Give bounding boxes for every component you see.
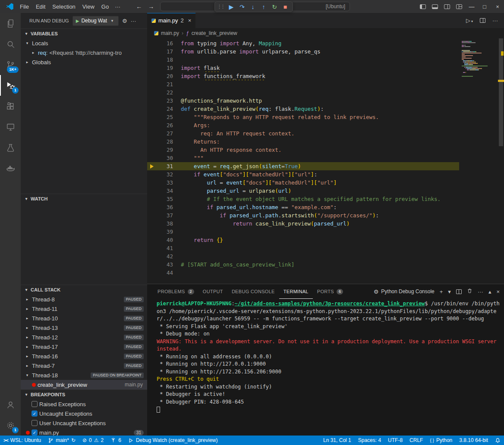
breakpoint-main-py[interactable]: ✓main.py31 xyxy=(21,428,147,436)
customize-layout-icon[interactable] xyxy=(456,4,462,9)
callstack-thread-17[interactable]: ▸Thread-17PAUSED xyxy=(21,342,147,351)
chevron-right-icon[interactable]: ▸ xyxy=(24,354,30,358)
glyph-margin[interactable] xyxy=(147,236,157,244)
branch-status[interactable]: main* ↻ xyxy=(44,436,79,445)
chevron-down-icon[interactable]: ▾ xyxy=(448,288,451,295)
chevron-right-icon[interactable]: ▸ xyxy=(24,307,30,311)
code-line-18[interactable]: 18 xyxy=(147,56,459,64)
chevron-right-icon[interactable]: ▸ xyxy=(24,326,30,330)
glyph-margin[interactable] xyxy=(147,244,157,252)
chevron-right-icon[interactable]: ▸ xyxy=(24,345,30,349)
editor-more-icon[interactable]: ··· xyxy=(492,17,498,24)
code-line-31[interactable]: 31 event = req.get_json(silent=True) xyxy=(147,162,459,170)
code-line-35[interactable]: 35 # If the event object URL matches a s… xyxy=(147,195,459,203)
step-into-icon[interactable]: ↓ xyxy=(248,3,258,10)
callstack-thread-16[interactable]: ▸Thread-16PAUSED xyxy=(21,351,147,361)
glyph-margin[interactable] xyxy=(147,72,157,80)
step-out-icon[interactable]: ↑ xyxy=(258,3,269,10)
activity-extensions[interactable] xyxy=(0,96,21,116)
problems-status[interactable]: ⊘ 0 ⚠ 2 xyxy=(79,436,107,445)
chevron-right-icon[interactable]: ▸ xyxy=(24,335,30,339)
breakpoint-checkbox[interactable]: ✓ xyxy=(32,429,38,436)
chevron-down-icon[interactable]: ▾ xyxy=(24,41,30,45)
activity-accounts[interactable] xyxy=(0,394,21,415)
glyph-margin[interactable] xyxy=(147,203,157,211)
activity-run-and-debug[interactable]: 1 xyxy=(0,75,21,96)
code-line-21[interactable]: 21 xyxy=(147,80,459,88)
panel-more-icon[interactable]: ··· xyxy=(478,288,483,295)
close-button[interactable]: × xyxy=(491,0,504,13)
code-line-40[interactable]: 40 return {} xyxy=(147,236,459,244)
code-editor[interactable]: 16from typing import Any, Mapping17from … xyxy=(147,38,459,284)
glyph-margin[interactable] xyxy=(147,88,157,97)
glyph-margin[interactable] xyxy=(147,113,157,121)
sync-icon[interactable]: ↻ xyxy=(71,437,76,443)
new-terminal-icon[interactable]: + xyxy=(440,288,443,295)
breakpoint-checkbox[interactable] xyxy=(32,401,38,407)
maximize-button[interactable]: □ xyxy=(478,0,491,13)
glyph-margin[interactable] xyxy=(147,138,157,146)
glyph-margin[interactable] xyxy=(147,39,157,47)
chevron-right-icon[interactable]: ▸ xyxy=(24,364,30,368)
remote-indicator[interactable]: >< WSL: Ubuntu xyxy=(0,436,44,445)
menu-view[interactable]: View xyxy=(79,2,98,11)
glyph-margin[interactable] xyxy=(147,47,157,56)
split-terminal-icon[interactable] xyxy=(456,289,462,294)
minimize-button[interactable]: — xyxy=(465,0,478,13)
close-icon[interactable]: × xyxy=(188,17,192,24)
code-line-17[interactable]: 17from urllib.parse import urlparse, par… xyxy=(147,47,459,56)
run-python-file-button[interactable]: ▷▾ xyxy=(466,17,473,24)
restart-icon[interactable]: ↻ xyxy=(269,3,280,10)
glyph-margin[interactable] xyxy=(147,154,157,162)
breakpoint-user-uncaught-exceptions[interactable]: User Uncaught Exceptions xyxy=(21,418,147,428)
code-line-36[interactable]: 36 if parsed_url.hostname == "example.co… xyxy=(147,203,459,211)
start-debugging-icon[interactable]: ▶ xyxy=(76,19,79,23)
code-line-34[interactable]: 34 parsed_url = urlparse(url) xyxy=(147,187,459,195)
menu-file[interactable]: File xyxy=(16,2,32,11)
panel-tab-problems[interactable]: PROBLEMS2 xyxy=(153,284,198,299)
panel-tab-debug-console[interactable]: DEBUG CONSOLE xyxy=(227,284,279,299)
glyph-margin[interactable] xyxy=(147,64,157,72)
glyph-margin[interactable] xyxy=(147,187,157,195)
activity-search[interactable] xyxy=(0,34,21,54)
breadcrumb[interactable]: main.py › ƒ create_link_preview xyxy=(147,28,504,38)
forward-icon[interactable]: → xyxy=(148,3,154,10)
activity-source-control[interactable]: 1K+ xyxy=(0,54,21,75)
launch-config-select[interactable]: ▶ Debug Wat ▾ xyxy=(72,16,119,26)
glyph-margin[interactable] xyxy=(147,260,157,269)
toggle-secondary-sidebar-icon[interactable] xyxy=(444,4,450,9)
chevron-right-icon[interactable]: ▸ xyxy=(24,316,30,320)
menu-go[interactable]: Go xyxy=(98,2,112,11)
variable-req[interactable]: ▸req: <Request 'http://charming-tro xyxy=(21,48,147,57)
maximize-panel-icon[interactable]: ▴ xyxy=(488,288,491,295)
activity-testing[interactable] xyxy=(0,137,21,158)
glyph-margin[interactable] xyxy=(147,97,157,105)
code-line-44[interactable]: 44 xyxy=(147,269,459,277)
tab-main-py[interactable]: main.py 2 × xyxy=(147,13,195,28)
callstack-thread-18[interactable]: ▾Thread-18PAUSED ON BREAKPOINT xyxy=(21,370,147,380)
glyph-margin[interactable] xyxy=(147,269,157,277)
breakpoints-section-header[interactable]: ▾ BREAKPOINTS xyxy=(21,390,147,399)
menu-edit[interactable]: Edit xyxy=(32,2,49,11)
stop-icon[interactable]: ■ xyxy=(280,3,290,10)
ports-status[interactable]: 6 xyxy=(107,436,125,445)
glyph-margin[interactable] xyxy=(147,162,157,170)
chevron-right-icon[interactable]: ▸ xyxy=(30,50,36,55)
notifications-bell[interactable] xyxy=(491,436,504,445)
glyph-margin[interactable] xyxy=(147,56,157,64)
code-line-38[interactable]: 38 return case_link_preview(parsed_url) xyxy=(147,219,459,228)
encoding[interactable]: UTF-8 xyxy=(384,436,406,445)
chevron-right-icon[interactable]: ▸ xyxy=(24,297,30,301)
glyph-margin[interactable] xyxy=(147,179,157,187)
glyph-margin[interactable] xyxy=(147,228,157,236)
kill-terminal-icon[interactable] xyxy=(467,288,472,295)
chevron-down-icon[interactable]: ▾ xyxy=(24,373,30,377)
back-icon[interactable]: ← xyxy=(136,3,142,10)
configure-gear-icon[interactable]: ⚙ xyxy=(122,18,127,24)
panel-tab-ports[interactable]: PORTS6 xyxy=(313,284,348,299)
stack-frame-create-link-preview[interactable]: create_link_previewmain.py xyxy=(21,380,147,389)
eol-sequence[interactable]: CRLF xyxy=(406,436,426,445)
activity-remote-explorer[interactable] xyxy=(0,116,21,137)
code-line-22[interactable]: 22 xyxy=(147,88,459,97)
toggle-panel-icon[interactable] xyxy=(432,4,438,9)
